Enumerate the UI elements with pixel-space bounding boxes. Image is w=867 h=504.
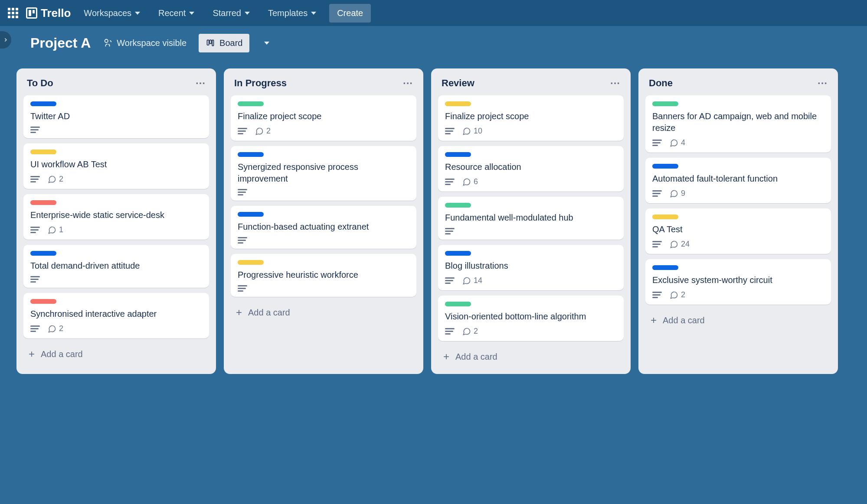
card[interactable]: Exclusive system-worthy circuit2 [645, 259, 831, 305]
list-title[interactable]: Done [649, 78, 673, 89]
list-header: Review··· [435, 75, 626, 95]
card-label-blue[interactable] [30, 101, 56, 106]
list-header: Done··· [643, 75, 834, 95]
list: In Progress···Finalize project scope2Syn… [224, 68, 423, 374]
nav-workspaces[interactable]: Workspaces [79, 5, 145, 22]
card-badges: 9 [652, 189, 824, 198]
nav-starred[interactable]: Starred [207, 5, 255, 22]
nav-label: Workspaces [84, 8, 131, 18]
card[interactable]: QA Test24 [645, 208, 831, 254]
list-title[interactable]: To Do [27, 78, 53, 89]
comments-count: 2 [59, 175, 63, 184]
card-title: Banners for AD campaign, web and mobile … [652, 111, 824, 134]
card[interactable]: Finalize project scope10 [438, 95, 624, 141]
description-icon [652, 241, 662, 247]
card[interactable]: Total demand-driven attitude [23, 245, 209, 288]
add-card-button[interactable]: +Add a card [643, 309, 834, 332]
card-label-green[interactable] [445, 203, 471, 208]
visibility-label: Workspace visible [117, 38, 186, 48]
nav-templates[interactable]: Templates [263, 5, 321, 22]
description-icon [238, 189, 247, 195]
card[interactable]: Finalize project scope2 [231, 95, 416, 141]
card-title: Blog illustrations [445, 260, 617, 272]
list-title[interactable]: In Progress [234, 78, 287, 89]
add-card-button[interactable]: +Add a card [21, 343, 212, 365]
card-title: Twitter AD [30, 111, 202, 122]
board-title[interactable]: Project A [30, 35, 91, 51]
card-badges: 2 [445, 327, 617, 336]
list-menu-button[interactable]: ··· [196, 77, 206, 89]
comments-count: 2 [681, 290, 685, 299]
comments-badge: 2 [670, 290, 685, 299]
card-label-yellow[interactable] [30, 150, 56, 154]
trello-logo[interactable]: Trello [26, 7, 71, 20]
description-icon [445, 277, 455, 284]
comments-badge: 6 [462, 177, 478, 186]
card-title: Total demand-driven attitude [30, 260, 202, 272]
card-title: Exclusive system-worthy circuit [652, 274, 824, 286]
card-label-blue[interactable] [652, 265, 678, 270]
card-label-blue[interactable] [652, 164, 678, 169]
apps-grid-icon[interactable] [8, 8, 18, 18]
add-card-button[interactable]: +Add a card [435, 345, 626, 368]
card-label-blue[interactable] [238, 212, 264, 217]
card-label-blue[interactable] [238, 152, 264, 157]
card-label-blue[interactable] [30, 251, 56, 256]
card-label-red[interactable] [30, 200, 56, 205]
card-title: UI workflow AB Test [30, 159, 202, 170]
card-label-blue[interactable] [445, 152, 471, 157]
plus-icon: + [236, 307, 242, 318]
list-menu-button[interactable]: ··· [610, 77, 620, 89]
card[interactable]: Automated fault-tolerant function9 [645, 158, 831, 203]
add-card-button[interactable]: +Add a card [228, 301, 419, 324]
card-title: Synergized responsive process improvemen… [238, 161, 409, 185]
list-title[interactable]: Review [442, 78, 474, 89]
card-title: QA Test [652, 224, 824, 235]
comments-badge: 2 [48, 175, 63, 184]
card-label-yellow[interactable] [652, 215, 678, 219]
card-label-yellow[interactable] [445, 101, 471, 106]
cards-container: Finalize project scope10Resource allocat… [435, 95, 626, 341]
comments-count: 24 [681, 240, 690, 249]
card[interactable]: Function-based actuating extranet [231, 206, 416, 249]
list: Review···Finalize project scope10Resourc… [431, 68, 631, 374]
card-label-blue[interactable] [445, 251, 471, 256]
board-view-button[interactable]: Board [199, 34, 249, 52]
comments-badge: 1 [48, 225, 63, 234]
expand-sidebar-button[interactable] [0, 31, 11, 49]
card-title: Progressive heuristic workforce [238, 269, 409, 281]
card[interactable]: Fundamental well-modulated hub [438, 197, 624, 240]
description-icon [652, 140, 662, 146]
card[interactable]: Twitter AD [23, 95, 209, 138]
comments-count: 2 [266, 127, 271, 136]
description-icon [238, 237, 247, 244]
view-chevron-down-icon[interactable] [264, 42, 269, 45]
description-icon [238, 128, 247, 134]
card-label-green[interactable] [238, 101, 264, 106]
create-button[interactable]: Create [329, 4, 371, 23]
card[interactable]: Enterprise-wide static service-desk1 [23, 194, 209, 240]
card-label-red[interactable] [30, 299, 56, 304]
nav-recent[interactable]: Recent [153, 5, 200, 22]
card-badges [238, 285, 409, 292]
card-label-green[interactable] [652, 101, 678, 106]
list-menu-button[interactable]: ··· [818, 77, 828, 89]
card-title: Enterprise-wide static service-desk [30, 209, 202, 221]
card[interactable]: Synchronised interactive adapter2 [23, 293, 209, 338]
visibility-button[interactable]: Workspace visible [103, 38, 186, 48]
card-badges: 10 [445, 127, 617, 136]
card-label-green[interactable] [445, 302, 471, 306]
list-menu-button[interactable]: ··· [403, 77, 413, 89]
card-label-yellow[interactable] [238, 260, 264, 265]
card[interactable]: Synergized responsive process improvemen… [231, 146, 416, 201]
card[interactable]: Banners for AD campaign, web and mobile … [645, 95, 831, 153]
card[interactable]: Vision-oriented bottom-line algorithm2 [438, 296, 624, 341]
description-icon [238, 285, 247, 292]
card[interactable]: Progressive heuristic workforce [231, 254, 416, 297]
view-label: Board [219, 38, 242, 48]
card[interactable]: Resource allocation6 [438, 146, 624, 192]
cards-container: Finalize project scope2Synergized respon… [228, 95, 419, 297]
card[interactable]: Blog illustrations14 [438, 245, 624, 290]
list: To Do···Twitter ADUI workflow AB Test2En… [16, 68, 216, 374]
card[interactable]: UI workflow AB Test2 [23, 143, 209, 189]
